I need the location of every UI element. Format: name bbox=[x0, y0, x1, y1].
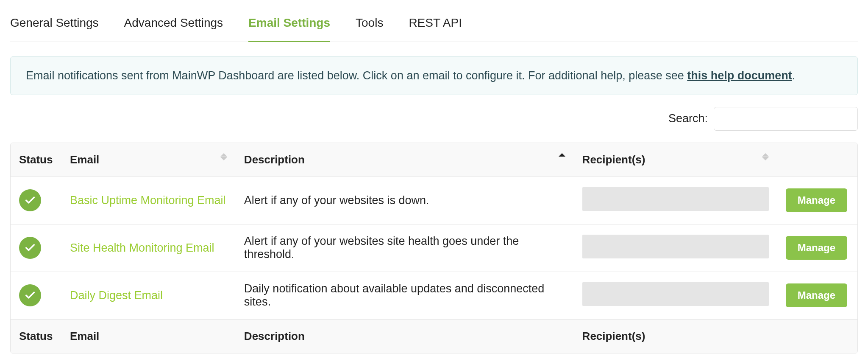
help-document-link[interactable]: this help document bbox=[687, 69, 792, 82]
tab-general-settings[interactable]: General Settings bbox=[10, 16, 99, 42]
search-input[interactable] bbox=[714, 107, 858, 131]
sort-asc-icon bbox=[559, 153, 565, 157]
table-row: Basic Uptime Monitoring Email Alert if a… bbox=[11, 177, 857, 224]
sort-icon bbox=[762, 153, 769, 160]
tab-email-settings[interactable]: Email Settings bbox=[248, 16, 330, 42]
info-text-before: Email notifications sent from MainWP Das… bbox=[26, 69, 687, 82]
settings-tabs: General Settings Advanced Settings Email… bbox=[10, 0, 858, 42]
recipient-redacted bbox=[582, 282, 769, 306]
column-header-recipients-label: Recipient(s) bbox=[582, 153, 645, 166]
email-link-daily-digest[interactable]: Daily Digest Email bbox=[70, 289, 163, 302]
email-description: Alert if any of your websites is down. bbox=[236, 177, 574, 224]
table-row: Daily Digest Email Daily notification ab… bbox=[11, 272, 857, 319]
table-row: Site Health Monitoring Email Alert if an… bbox=[11, 224, 857, 272]
column-header-recipients[interactable]: Recipient(s) bbox=[574, 143, 777, 177]
sort-icon bbox=[220, 153, 227, 160]
column-footer-action bbox=[777, 319, 857, 353]
manage-button[interactable]: Manage bbox=[786, 188, 847, 212]
search-label: Search: bbox=[668, 112, 708, 125]
table-footer-row: Status Email Description Recipient(s) bbox=[11, 319, 857, 353]
email-description: Daily notification about available updat… bbox=[236, 272, 574, 319]
column-footer-recipients: Recipient(s) bbox=[574, 319, 777, 353]
column-header-description-label: Description bbox=[244, 153, 305, 166]
manage-button[interactable]: Manage bbox=[786, 236, 847, 260]
table-header-row: Status Email Description Recipient(s) bbox=[11, 143, 857, 177]
column-footer-email: Email bbox=[61, 319, 236, 353]
column-header-email-label: Email bbox=[70, 153, 99, 166]
column-header-action bbox=[777, 143, 857, 177]
column-footer-description: Description bbox=[236, 319, 574, 353]
tab-advanced-settings[interactable]: Advanced Settings bbox=[124, 16, 223, 42]
status-enabled-icon bbox=[19, 284, 41, 306]
column-header-status: Status bbox=[11, 143, 61, 177]
status-enabled-icon bbox=[19, 237, 41, 259]
info-message: Email notifications sent from MainWP Das… bbox=[10, 56, 858, 95]
tab-tools[interactable]: Tools bbox=[356, 16, 383, 42]
column-footer-status: Status bbox=[11, 319, 61, 353]
column-header-email[interactable]: Email bbox=[61, 143, 236, 177]
email-table-wrapper: Status Email Description Recipient(s) bbox=[10, 143, 858, 353]
info-text-after: . bbox=[792, 69, 796, 82]
search-row: Search: bbox=[10, 107, 858, 131]
manage-button[interactable]: Manage bbox=[786, 283, 847, 307]
email-description: Alert if any of your websites site healt… bbox=[236, 224, 574, 272]
status-enabled-icon bbox=[19, 189, 41, 211]
column-header-description[interactable]: Description bbox=[236, 143, 574, 177]
email-link-basic-uptime[interactable]: Basic Uptime Monitoring Email bbox=[70, 194, 226, 207]
email-link-site-health[interactable]: Site Health Monitoring Email bbox=[70, 241, 214, 254]
tab-rest-api[interactable]: REST API bbox=[409, 16, 462, 42]
recipient-redacted bbox=[582, 235, 769, 258]
recipient-redacted bbox=[582, 187, 769, 211]
email-table: Status Email Description Recipient(s) bbox=[11, 143, 857, 353]
